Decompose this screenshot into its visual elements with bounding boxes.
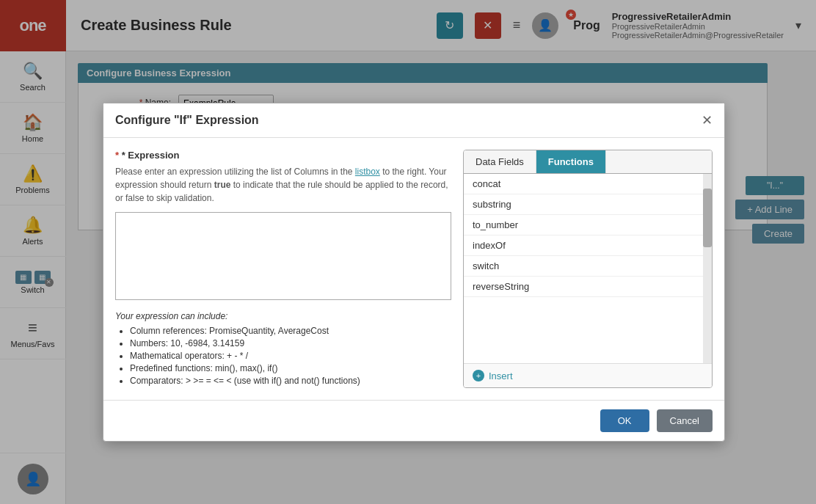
function-item-switch[interactable]: switch bbox=[464, 256, 712, 277]
tab-functions[interactable]: Functions bbox=[536, 150, 606, 173]
listbox-link[interactable]: listbox bbox=[355, 167, 380, 177]
bullet-2: Numbers: 10, -6984, 3.14159 bbox=[130, 338, 451, 348]
function-item-to-number[interactable]: to_number bbox=[464, 215, 712, 235]
bullet-3: Mathematical operators: + - * / bbox=[130, 351, 451, 361]
functions-list: concat substring to_number indexOf switc bbox=[464, 174, 712, 297]
function-item-concat[interactable]: concat bbox=[464, 174, 712, 194]
expression-info: Your expression can include: bbox=[115, 311, 451, 321]
tabs-header: Data Fields Functions bbox=[464, 150, 712, 174]
modal-left-panel: * * Expression Please enter an expressio… bbox=[115, 150, 451, 388]
modal-header: Configure "If" Expression ✕ bbox=[103, 103, 724, 138]
modal-body: * * Expression Please enter an expressio… bbox=[103, 138, 724, 400]
bullet-4: Predefined functions: min(), max(), if() bbox=[130, 363, 451, 373]
scrollbar-y[interactable] bbox=[703, 174, 712, 363]
expression-bullets-list: Column references: PromiseQuantity, Aver… bbox=[115, 326, 451, 386]
modal-footer: OK Cancel bbox=[103, 400, 724, 441]
bullet-5: Comparators: > >= = <= < (use with if() … bbox=[130, 376, 451, 386]
modal-overlay: Configure "If" Expression ✕ * * Expressi… bbox=[0, 0, 816, 504]
tab-data-fields[interactable]: Data Fields bbox=[464, 150, 536, 173]
expression-hint: Please enter an expression utilizing the… bbox=[115, 165, 451, 205]
bullet-1: Column references: PromiseQuantity, Aver… bbox=[130, 326, 451, 336]
insert-plus-icon: + bbox=[473, 370, 484, 381]
insert-button[interactable]: Insert bbox=[489, 370, 513, 381]
scrollbar-thumb bbox=[703, 189, 712, 247]
function-item-substring[interactable]: substring bbox=[464, 194, 712, 215]
modal-close-icon: ✕ bbox=[702, 113, 713, 128]
configure-if-modal: Configure "If" Expression ✕ * * Expressi… bbox=[103, 103, 725, 442]
insert-label: Insert bbox=[489, 370, 513, 381]
cancel-button[interactable]: Cancel bbox=[657, 409, 713, 432]
modal-right-panel: Data Fields Functions concat substring bbox=[463, 150, 713, 388]
insert-row: + Insert bbox=[464, 363, 712, 387]
expression-label: * * Expression bbox=[115, 150, 451, 161]
functions-list-container: concat substring to_number indexOf switc bbox=[464, 174, 712, 363]
required-expr: * bbox=[115, 150, 119, 161]
modal-close-button[interactable]: ✕ bbox=[702, 112, 713, 128]
modal-title: Configure "If" Expression bbox=[115, 114, 259, 127]
function-item-reversestring[interactable]: reverseString bbox=[464, 277, 712, 297]
ok-button[interactable]: OK bbox=[600, 409, 649, 432]
expression-textarea[interactable] bbox=[115, 212, 451, 300]
function-item-indexof[interactable]: indexOf bbox=[464, 235, 712, 256]
